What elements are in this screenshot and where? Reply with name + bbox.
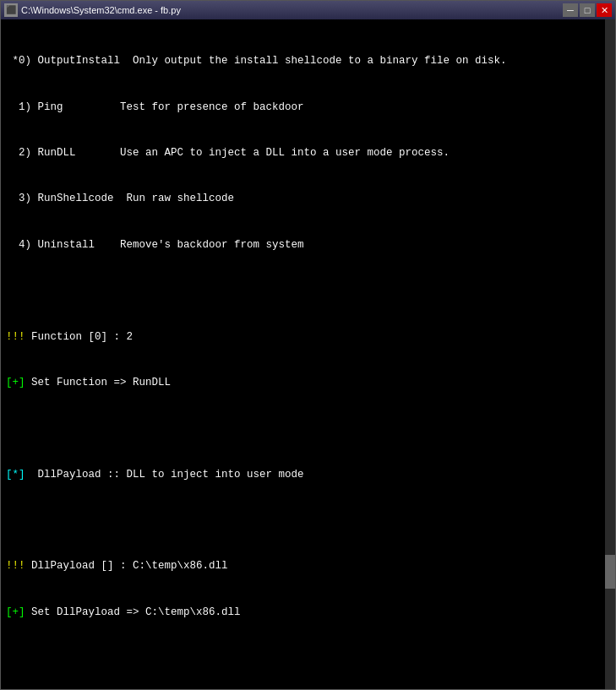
- line-14: [6, 650, 610, 666]
- line-11: [6, 513, 610, 528]
- maximize-button[interactable]: □: [580, 3, 595, 17]
- line-3: 2) RunDLL Use an APC to inject a DLL int…: [6, 145, 610, 160]
- line-8: [+] Set Function => RunDLL: [6, 375, 610, 390]
- line-12: !!! DllPayload [] : C:\temp\x86.dll: [6, 558, 610, 573]
- terminal-body: *0) OutputInstall Only output the instal…: [1, 19, 615, 689]
- line-9: [6, 421, 610, 436]
- scrollbar-thumb[interactable]: [605, 555, 615, 589]
- titlebar: ⬛ C:\Windows\System32\cmd.exe - fb.py ─ …: [1, 1, 615, 19]
- line-1: *0) OutputInstall Only output the instal…: [6, 53, 610, 68]
- line-7: !!! Function [0] : 2: [6, 329, 610, 345]
- line-6: [6, 283, 610, 298]
- line-4: 3) RunShellcode Run raw shellcode: [6, 191, 610, 206]
- line-13: [+] Set DllPayload => C:\temp\x86.dll: [6, 605, 610, 620]
- close-button[interactable]: ✕: [597, 3, 612, 17]
- titlebar-title: C:\Windows\System32\cmd.exe - fb.py: [21, 5, 181, 15]
- line-5: 4) Uninstall Remove's backdoor from syst…: [6, 237, 610, 253]
- scrollbar[interactable]: [605, 19, 615, 689]
- terminal-content: *0) OutputInstall Only output the instal…: [6, 23, 610, 689]
- terminal-window: ⬛ C:\Windows\System32\cmd.exe - fb.py ─ …: [0, 0, 616, 690]
- titlebar-left: ⬛ C:\Windows\System32\cmd.exe - fb.py: [4, 3, 181, 17]
- minimize-button[interactable]: ─: [563, 3, 578, 17]
- titlebar-icon: ⬛: [4, 3, 18, 17]
- titlebar-controls: ─ □ ✕: [563, 3, 612, 17]
- line-10: [*] DllPayload :: DLL to inject into use…: [6, 467, 610, 482]
- line-2: 1) Ping Test for presence of backdoor: [6, 100, 610, 115]
